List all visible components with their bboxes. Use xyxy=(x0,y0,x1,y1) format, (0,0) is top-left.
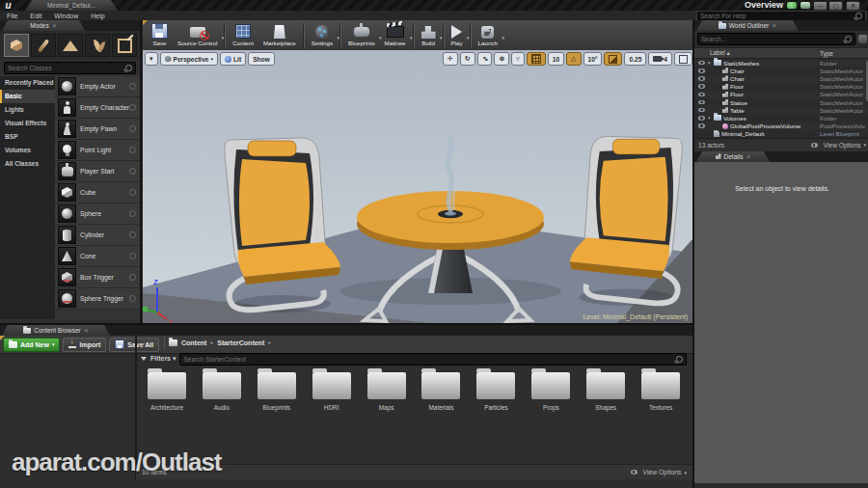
outliner-row-volumes[interactable]: ▾VolumesFolder xyxy=(694,114,868,122)
chevron-down-icon[interactable]: ▾ xyxy=(502,35,504,41)
outliner-row-chair[interactable]: ChairStaticMeshActor xyxy=(694,67,868,74)
scale-snap-value[interactable]: 0.25 xyxy=(624,52,646,66)
mode-geometry-button[interactable] xyxy=(112,34,137,57)
marketplace-button[interactable]: Marketplace xyxy=(258,23,301,47)
blueprints-button[interactable]: Blueprints▾ xyxy=(343,23,380,47)
category-all-classes[interactable]: All Classes xyxy=(0,157,55,171)
outliner-search-input[interactable] xyxy=(698,34,845,44)
search-assets-input[interactable] xyxy=(180,354,676,365)
folder-audio[interactable]: Audio xyxy=(196,368,248,411)
folder-materials[interactable]: Materials xyxy=(416,368,468,411)
outliner-row-globalpostprocessvolume[interactable]: GlobalPostProcessVolumePostProcessVolu xyxy=(694,122,868,130)
mode-foliage-button[interactable] xyxy=(85,34,110,57)
rotation-snap-toggle[interactable]: △ xyxy=(566,52,581,66)
scale-snap-toggle[interactable] xyxy=(604,52,622,66)
folder-particles[interactable]: Particles xyxy=(470,368,522,411)
chevron-down-icon[interactable]: ▾ xyxy=(440,35,443,41)
outliner-row-staticmeshes[interactable]: ▾StaticMeshesFolder xyxy=(694,59,868,67)
visibility-eye-icon[interactable] xyxy=(698,76,705,81)
column-type[interactable]: Type xyxy=(820,50,833,57)
folder-shapes[interactable]: Shapes xyxy=(580,368,632,411)
cb-view-options[interactable]: View Options▾ xyxy=(627,469,687,475)
tab-details[interactable]: Details ✕ xyxy=(696,151,770,162)
visibility-eye-icon[interactable] xyxy=(698,100,705,105)
mode-paint-button[interactable] xyxy=(31,34,56,57)
save-button[interactable]: Save xyxy=(147,23,173,47)
tab-modes[interactable]: Modes ✕ xyxy=(2,20,85,31)
chevron-right-icon[interactable]: ▸ xyxy=(210,339,213,345)
placeable-point-light[interactable]: Point Light xyxy=(55,140,140,161)
placeable-cylinder[interactable]: Cylinder xyxy=(55,225,140,246)
grid-snap-value[interactable]: 10 xyxy=(548,52,564,66)
outliner-row-minimal_default[interactable]: Minimal_DefaultLevel Blueprint xyxy=(694,130,868,138)
search-classes-input[interactable] xyxy=(5,63,125,73)
camera-speed-button[interactable]: 4 xyxy=(648,52,672,66)
scale-tool-button[interactable]: ↔ xyxy=(477,52,493,66)
visibility-eye-icon[interactable] xyxy=(698,93,705,97)
chevron-down-icon[interactable]: ▾ xyxy=(467,35,470,41)
forward-arrow-icon[interactable]: → xyxy=(152,339,160,347)
category-lights[interactable]: Lights xyxy=(0,103,55,117)
placeable-empty-character[interactable]: Empty Character xyxy=(55,97,140,119)
feedback-icon[interactable] xyxy=(787,2,797,9)
breadcrumb-startercontent[interactable]: StarterContent xyxy=(217,339,264,346)
lit-button[interactable]: Lit xyxy=(220,52,246,66)
placeable-box-trigger[interactable]: Box Trigger xyxy=(55,267,140,288)
category-volumes[interactable]: Volumes xyxy=(0,144,55,157)
chevron-down-icon[interactable]: ▾ xyxy=(338,35,340,41)
add-new-button[interactable]: Add New▾ xyxy=(3,338,60,352)
mode-place-button[interactable] xyxy=(4,34,29,57)
maximize-viewport-button[interactable] xyxy=(674,52,692,66)
outliner-view-options[interactable]: View Options▾ xyxy=(807,142,866,149)
surface-snap-button[interactable]: ▿ xyxy=(511,52,525,66)
help-search-input[interactable] xyxy=(697,12,855,20)
rotation-snap-value[interactable]: 10° xyxy=(583,52,603,66)
menu-edit[interactable]: Edit xyxy=(30,13,41,19)
folder-architecture[interactable]: Architecture xyxy=(141,368,193,411)
close-icon[interactable]: ✕ xyxy=(772,22,776,29)
placeable-empty-actor[interactable]: Empty Actor xyxy=(55,76,140,97)
placeable-sphere-trigger[interactable]: Sphere Trigger xyxy=(55,288,140,310)
viewport[interactable]: Z x ▾ Perspective ▾ Lit Show ✛ ↻ ↔ ⊕ ▿ xyxy=(143,50,692,323)
visibility-eye-icon[interactable] xyxy=(698,108,705,113)
visibility-eye-icon[interactable] xyxy=(698,123,705,128)
tab-world-outliner[interactable]: World Outliner ✕ xyxy=(696,20,799,31)
filters-button[interactable]: Filters ▾ xyxy=(150,355,176,363)
folder-props[interactable]: Props xyxy=(525,368,577,411)
translate-tool-button[interactable]: ✛ xyxy=(443,52,458,66)
show-button[interactable]: Show xyxy=(248,52,275,66)
category-visual-effects[interactable]: Visual Effects xyxy=(0,117,55,130)
grid-snap-toggle[interactable] xyxy=(527,52,546,66)
tab-content-browser[interactable]: Content Browser ✕ xyxy=(2,325,110,336)
play-button[interactable]: Play▾ xyxy=(447,23,468,47)
menu-help[interactable]: Help xyxy=(91,13,104,19)
outliner-row-statue[interactable]: StatueStaticMeshActor xyxy=(694,98,868,106)
folder-textures[interactable]: Textures xyxy=(635,368,687,411)
viewport-options-button[interactable]: ▾ xyxy=(145,52,158,66)
settings-button[interactable]: Settings▾ xyxy=(307,23,338,47)
folder-blueprints[interactable]: Blueprints xyxy=(251,368,303,411)
folder-hdri[interactable]: HDRI xyxy=(306,368,358,411)
placeable-sphere[interactable]: Sphere xyxy=(55,203,140,225)
menu-file[interactable]: File xyxy=(7,13,17,19)
source-control-button[interactable]: Source Control▾ xyxy=(173,23,222,47)
world-coord-button[interactable]: ⊕ xyxy=(494,52,509,66)
category-basic[interactable]: Basic xyxy=(0,90,55,103)
mode-landscape-button[interactable] xyxy=(58,34,83,57)
build-button[interactable]: Build▾ xyxy=(417,23,441,47)
placeable-cube[interactable]: Cube xyxy=(55,182,140,203)
notification-icon[interactable] xyxy=(800,2,810,9)
folder-maps[interactable]: Maps xyxy=(361,368,413,411)
column-label[interactable]: Label ▴ xyxy=(694,49,730,57)
placeable-cone[interactable]: Cone xyxy=(55,246,140,267)
visibility-eye-icon[interactable] xyxy=(698,116,705,121)
visibility-eye-icon[interactable] xyxy=(698,68,705,73)
category-bsp[interactable]: BSP xyxy=(0,130,55,144)
category-recently-placed[interactable]: Recently Placed xyxy=(0,76,55,90)
close-icon[interactable]: ✕ xyxy=(52,22,57,29)
placeable-empty-pawn[interactable]: Empty Pawn xyxy=(55,119,140,140)
level-tab[interactable]: Minimal_Defaul... xyxy=(25,0,118,11)
outliner-row-chair[interactable]: ChairStaticMeshActor xyxy=(694,74,868,82)
chevron-down-icon[interactable]: ▾ xyxy=(410,35,413,41)
launch-button[interactable]: Launch▾ xyxy=(474,23,502,47)
